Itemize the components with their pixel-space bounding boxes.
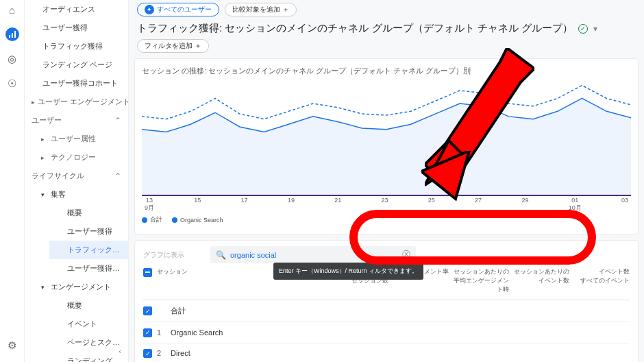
th: セッション — [157, 267, 268, 294]
th: イベント数 すべてのイベント — [569, 267, 630, 294]
label: 集客 — [51, 189, 66, 200]
chevron-down-icon: ⌃ — [114, 116, 121, 125]
label: エンゲージメント — [51, 282, 111, 292]
line-chart — [142, 80, 631, 197]
sidebar-item[interactable]: イベント — [49, 315, 128, 333]
table-row: ✓1Organic Search — [143, 322, 630, 343]
row-index: 2 — [157, 349, 171, 357]
row-checkbox[interactable]: ✓ — [143, 328, 152, 337]
svg-rect-2 — [14, 31, 16, 38]
label: ライフサイクル — [32, 171, 84, 181]
home-icon[interactable]: ⌂ — [5, 3, 19, 16]
tooltip: Enter キー（Windows）/ Return ィルタできます。 — [273, 263, 423, 280]
sidebar-item[interactable]: 概要 — [49, 296, 128, 315]
row-checkbox[interactable]: ✓ — [143, 306, 152, 315]
label: テクノロジー — [51, 152, 96, 162]
sidebar-item[interactable]: トラフィック獲得 — [25, 37, 128, 56]
add-comparison-chip[interactable]: 比較対象を追加 ＋ — [225, 3, 297, 16]
sidebar-item[interactable]: ランディング ページ — [49, 352, 128, 362]
explore-icon[interactable]: ◎ — [5, 52, 19, 66]
sidebar-item[interactable]: ユーザー獲得コホート — [25, 74, 128, 93]
reports-icon[interactable] — [5, 27, 19, 41]
sidebar-group-user[interactable]: ユーザー⌃ — [25, 111, 128, 130]
sidebar-item[interactable]: ランディング ページ — [25, 56, 128, 74]
label: ユーザー — [32, 115, 62, 125]
annotation-oval — [349, 210, 596, 265]
label: すべてのユーザー — [157, 5, 212, 14]
sidebar-item[interactable]: ユーザー獲得 — [25, 19, 128, 37]
sidebar-item[interactable]: ▸テクノロジー — [34, 148, 128, 167]
table-row: ✓2Direct — [143, 343, 630, 363]
cell: Direct — [171, 349, 630, 357]
cell: 合計 — [171, 306, 630, 316]
sidebar-item[interactable]: オーディエンス — [25, 0, 128, 19]
main: ✦すべてのユーザー 比較対象を追加 ＋ トラフィック獲得: セッションのメインの… — [129, 0, 644, 362]
sidebar-group-engagement[interactable]: ▾エンゲージメント — [34, 278, 128, 296]
ads-icon[interactable]: ☉ — [5, 77, 19, 90]
settings-icon[interactable]: ⚙ — [5, 339, 19, 352]
chart-title: セッション の推移: セッションのメインのチャネル グループ（デフォルト チャネ… — [142, 66, 631, 76]
sidebar-item[interactable]: 概要 — [49, 204, 128, 222]
select-all-checkbox[interactable] — [143, 268, 152, 277]
table-row-total: ✓ 合計 — [143, 300, 630, 322]
chevron-down-icon[interactable]: ▾ — [593, 24, 597, 34]
show-in-chart-label: グラフに表示 — [143, 250, 184, 260]
collapse-sidebar-icon[interactable]: ‹ — [119, 347, 121, 355]
verified-icon: ✓ — [578, 24, 588, 34]
th: セッションあたりのイベント数 — [509, 267, 569, 294]
sidebar: オーディエンス ユーザー獲得 トラフィック獲得 ランディング ページ ユーザー獲… — [25, 0, 129, 362]
page-title: トラフィック獲得: セッションのメインのチャネル グループ（デフォルト チャネル… — [129, 19, 644, 39]
row-checkbox[interactable]: ✓ — [143, 349, 152, 358]
label: ユーザー エンゲージメントと... — [38, 97, 129, 107]
chevron-down-icon: ⌃ — [114, 171, 121, 181]
sidebar-item[interactable]: ▸ユーザー属性 — [34, 130, 128, 148]
segment-chip-all-users[interactable]: ✦すべてのユーザー — [137, 3, 219, 16]
sidebar-item[interactable]: ページとスクリーン — [49, 333, 128, 352]
cell: Organic Search — [171, 328, 630, 337]
label: ユーザー属性 — [51, 134, 96, 144]
sidebar-group-acquisition[interactable]: ▾集客 — [34, 185, 128, 204]
sidebar-item[interactable]: ユーザー獲得 — [49, 222, 128, 241]
add-filter-chip[interactable]: フィルタを追加 ＋ — [137, 39, 209, 53]
sidebar-item[interactable]: ユーザー獲得コホート — [49, 259, 128, 278]
sidebar-item-traffic-acq[interactable]: トラフィック獲得 — [49, 241, 128, 259]
sidebar-group-lifecycle[interactable]: ライフサイクル⌃ — [25, 167, 128, 185]
svg-rect-1 — [12, 33, 13, 38]
th: セッションあたりの平均エンゲージメント時 — [449, 267, 509, 294]
user-icon: ✦ — [145, 5, 154, 14]
svg-rect-0 — [9, 35, 10, 38]
row-index: 1 — [157, 328, 171, 337]
search-icon: 🔍 — [216, 250, 226, 260]
left-rail: ⌂ ◎ ☉ ⚙ — [0, 0, 25, 362]
sidebar-item[interactable]: ▸ユーザー エンゲージメントと... — [25, 93, 128, 111]
